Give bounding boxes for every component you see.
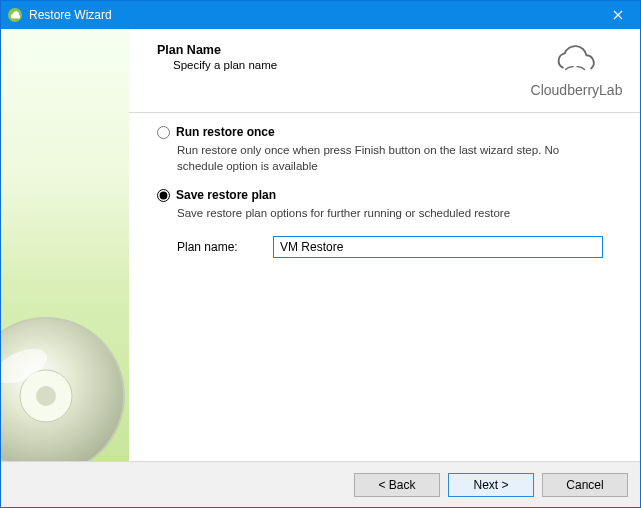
plan-name-input[interactable] — [273, 236, 603, 258]
back-button[interactable]: < Back — [354, 473, 440, 497]
run-once-description: Run restore only once when press Finish … — [177, 143, 607, 174]
cloud-icon — [548, 43, 606, 77]
wizard-main-panel: Plan Name Specify a plan name Cloudberry… — [129, 29, 640, 461]
title-bar: Restore Wizard — [1, 1, 640, 29]
radio-save-plan-label: Save restore plan — [176, 188, 276, 202]
option-save-plan: Save restore plan Save restore plan opti… — [157, 188, 624, 258]
plan-name-row: Plan name: — [177, 236, 624, 258]
disc-icon — [1, 311, 129, 461]
app-icon — [7, 7, 23, 23]
brand-name: CloudberryLab — [529, 82, 624, 98]
wizard-side-art — [1, 29, 129, 461]
radio-save-plan[interactable]: Save restore plan — [157, 188, 624, 202]
plan-name-label: Plan name: — [177, 240, 259, 254]
radio-run-once-label: Run restore once — [176, 125, 275, 139]
save-plan-description: Save restore plan options for further ru… — [177, 206, 607, 222]
page-subtitle: Specify a plan name — [173, 59, 529, 71]
header-divider — [129, 112, 640, 113]
close-icon — [613, 10, 623, 20]
radio-save-plan-input[interactable] — [157, 189, 170, 202]
wizard-footer: < Back Next > Cancel — [1, 461, 640, 507]
radio-run-once-input[interactable] — [157, 126, 170, 139]
brand-block: CloudberryLab — [529, 43, 624, 98]
window-title: Restore Wizard — [29, 8, 112, 22]
cancel-button[interactable]: Cancel — [542, 473, 628, 497]
option-run-once: Run restore once Run restore only once w… — [157, 125, 624, 174]
svg-point-3 — [36, 386, 56, 406]
content-area: Plan Name Specify a plan name Cloudberry… — [1, 29, 640, 461]
next-button[interactable]: Next > — [448, 473, 534, 497]
close-button[interactable] — [596, 1, 640, 29]
page-title: Plan Name — [157, 43, 529, 57]
radio-run-once[interactable]: Run restore once — [157, 125, 624, 139]
